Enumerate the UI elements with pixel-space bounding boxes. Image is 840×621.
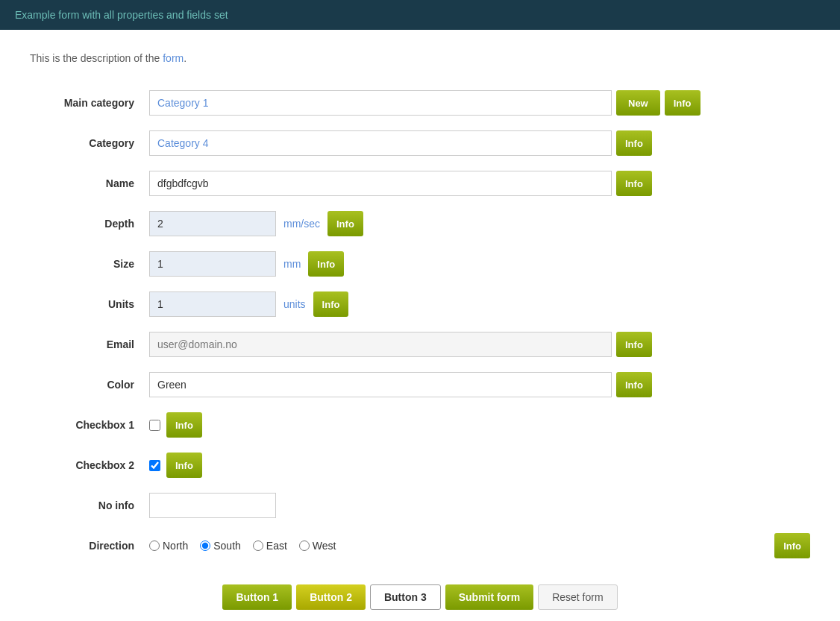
- direction-row: Direction North South East West: [30, 529, 810, 562]
- main-category-select[interactable]: Category 1 Category 2 Category 3: [149, 90, 612, 116]
- direction-east-radio[interactable]: [253, 540, 263, 551]
- checkbox2-input[interactable]: [149, 460, 160, 471]
- color-controls: Info: [149, 372, 810, 397]
- footer-buttons: Button 1 Button 2 Button 3 Submit form R…: [30, 584, 810, 610]
- size-input[interactable]: [149, 251, 276, 277]
- checkbox2-label: Checkbox 2: [30, 459, 149, 471]
- direction-north-option[interactable]: North: [149, 540, 188, 552]
- name-input[interactable]: [149, 171, 612, 196]
- direction-south-label: South: [213, 540, 241, 552]
- name-info-button[interactable]: Info: [616, 171, 652, 196]
- button-1[interactable]: Button 1: [222, 584, 292, 610]
- noinfo-controls: [149, 493, 810, 518]
- button-3[interactable]: Button 3: [370, 584, 441, 610]
- depth-label: Depth: [30, 218, 149, 230]
- size-controls: mm Info: [149, 251, 810, 277]
- direction-west-radio[interactable]: [299, 540, 310, 551]
- checkbox1-row: Checkbox 1 Info: [30, 409, 810, 441]
- units-info-button[interactable]: Info: [313, 291, 349, 317]
- email-controls: Info: [149, 332, 810, 357]
- main-category-row: Main category Category 1 Category 2 Cate…: [30, 86, 810, 119]
- depth-unit: mm/sec: [283, 218, 320, 230]
- direction-north-radio[interactable]: [149, 540, 160, 551]
- name-controls: Info: [149, 171, 810, 196]
- category-label: Category: [30, 137, 149, 149]
- header: Example form with all properties and fie…: [0, 0, 840, 30]
- noinfo-row: No info: [30, 489, 810, 522]
- units-label: Units: [30, 298, 149, 310]
- direction-east-label: East: [266, 540, 287, 552]
- direction-controls: North South East West Info: [149, 533, 810, 558]
- depth-row: Depth mm/sec Info: [30, 207, 810, 240]
- units-row: Units units Info: [30, 288, 810, 321]
- checkbox2-info-button[interactable]: Info: [166, 453, 202, 478]
- description-link[interactable]: form: [163, 52, 184, 64]
- noinfo-label: No info: [30, 499, 149, 511]
- units-unit: units: [283, 298, 306, 310]
- email-label: Email: [30, 338, 149, 350]
- category-controls: Category 4 Category 5 Info: [149, 130, 810, 156]
- direction-west-option[interactable]: West: [299, 540, 336, 552]
- main-category-info-button[interactable]: Info: [665, 90, 700, 116]
- checkbox1-label: Checkbox 1: [30, 419, 149, 431]
- email-input[interactable]: [149, 332, 612, 357]
- color-info-button[interactable]: Info: [616, 372, 652, 397]
- name-label: Name: [30, 177, 149, 189]
- header-title: Example form with all properties and fie…: [15, 9, 228, 21]
- main-category-new-button[interactable]: New: [616, 90, 660, 116]
- email-info-button[interactable]: Info: [616, 332, 652, 357]
- submit-button[interactable]: Submit form: [445, 584, 533, 610]
- direction-label: Direction: [30, 540, 149, 552]
- direction-west-label: West: [313, 540, 336, 552]
- noinfo-input[interactable]: [149, 493, 276, 518]
- checkbox1-info-button[interactable]: Info: [166, 412, 202, 438]
- main-category-label: Main category: [30, 97, 149, 109]
- color-input[interactable]: [149, 372, 612, 397]
- size-label: Size: [30, 258, 149, 270]
- category-row: Category Category 4 Category 5 Info: [30, 127, 810, 160]
- form-description: This is the description of the form.: [30, 52, 810, 64]
- email-row: Email Info: [30, 328, 810, 361]
- direction-radio-group: North South East West: [149, 540, 336, 552]
- checkbox2-controls: Info: [149, 453, 810, 478]
- direction-south-option[interactable]: South: [200, 540, 241, 552]
- main-category-controls: Category 1 Category 2 Category 3 New Inf…: [149, 90, 810, 116]
- reset-button[interactable]: Reset form: [538, 584, 617, 610]
- depth-input[interactable]: [149, 211, 276, 236]
- description-text-before: This is the description of the: [30, 52, 163, 64]
- checkbox1-input[interactable]: [149, 420, 160, 431]
- units-input[interactable]: [149, 291, 276, 317]
- color-row: Color Info: [30, 368, 810, 401]
- button-2[interactable]: Button 2: [296, 584, 366, 610]
- depth-info-button[interactable]: Info: [327, 211, 363, 236]
- direction-south-radio[interactable]: [200, 540, 210, 551]
- checkbox2-row: Checkbox 2 Info: [30, 449, 810, 482]
- direction-east-option[interactable]: East: [253, 540, 287, 552]
- color-label: Color: [30, 379, 149, 391]
- size-info-button[interactable]: Info: [308, 251, 344, 277]
- checkbox1-controls: Info: [149, 412, 810, 438]
- category-info-button[interactable]: Info: [616, 130, 652, 156]
- description-text-after: .: [184, 52, 187, 64]
- category-select[interactable]: Category 4 Category 5: [149, 130, 612, 156]
- size-row: Size mm Info: [30, 248, 810, 280]
- depth-controls: mm/sec Info: [149, 211, 810, 236]
- name-row: Name Info: [30, 167, 810, 200]
- units-controls: units Info: [149, 291, 810, 317]
- direction-north-label: North: [163, 540, 188, 552]
- size-unit: mm: [283, 258, 301, 270]
- direction-info-button[interactable]: Info: [774, 533, 810, 558]
